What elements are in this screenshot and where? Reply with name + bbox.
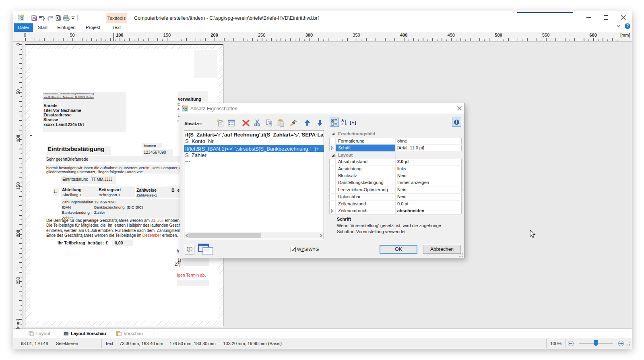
svg-text:Z: Z: [341, 122, 344, 126]
svg-text:?: ?: [188, 247, 190, 251]
